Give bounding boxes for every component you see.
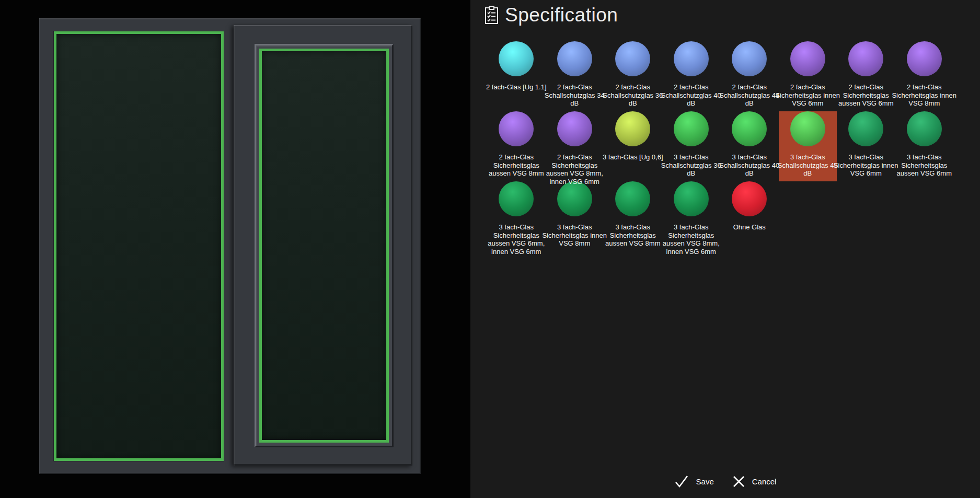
glass-option-label: 3 fach-Glas Sicherheitsglas aussen VSG 6… [891, 153, 957, 178]
glass-color-swatch [732, 111, 767, 146]
right-window-unit[interactable] [234, 25, 412, 466]
glass-option[interactable]: Ohne Glas [720, 181, 779, 251]
glass-option[interactable]: 2 fach-Glas Sicherheitsglas aussen VSG 8… [487, 111, 546, 181]
save-button[interactable]: Save [674, 474, 714, 488]
glass-option[interactable]: 3 fach-Glas Sicherheitsglas aussen VSG 8… [662, 181, 721, 251]
glass-color-swatch [557, 41, 592, 76]
glass-option-label: 3 fach-Glas Sicherheitsglas innen VSG 6m… [833, 153, 899, 178]
glass-color-swatch [615, 41, 650, 76]
glass-option[interactable]: 2 fach-Glas Sicherheitsglas innen VSG 8m… [895, 41, 954, 111]
glass-color-swatch [907, 111, 942, 146]
glass-option[interactable]: 3 fach-Glas Schallschutzglas 36 dB [662, 111, 721, 181]
glass-option[interactable]: 3 fach-Glas Sicherheitsglas innen VSG 6m… [837, 111, 895, 181]
glass-option[interactable]: 2 fach-Glas Schallschutzglas 40 dB [662, 41, 721, 111]
glass-color-swatch [674, 181, 709, 216]
cancel-button-label: Cancel [752, 477, 777, 486]
cancel-button[interactable]: Cancel [733, 476, 777, 488]
glass-option-label: 3 fach-Glas Schallschutzglas 40 dB [717, 153, 782, 178]
glass-option[interactable]: 2 fach-Glas Schallschutzglas 36 dB [604, 41, 662, 111]
glass-color-swatch [499, 181, 534, 216]
glass-option-label: 2 fach-Glas Sicherheitsglas aussen VSG 8… [483, 153, 549, 178]
glass-option-label: 2 fach-Glas Sicherheitsglas aussen VSG 6… [833, 83, 899, 108]
window-preview-canvas [0, 0, 470, 498]
glass-option[interactable]: 2 fach-Glas Sicherheitsglas aussen VSG 6… [837, 41, 895, 111]
glass-option[interactable]: 2 fach-Glas Sicherheitsglas aussen VSG 8… [546, 111, 604, 181]
save-button-label: Save [696, 477, 714, 486]
glass-option-selected[interactable]: 3 fach-Glas Schallschutzglas 45 dB [779, 111, 837, 181]
glass-color-swatch [557, 181, 592, 216]
glass-option-label: 2 fach-Glas [Ug 1.1] [483, 83, 549, 91]
glass-option-label: Ohne Glas [717, 223, 782, 231]
glass-option[interactable]: 2 fach-Glas [Ug 1.1] [487, 41, 546, 111]
window-outer-frame[interactable] [39, 18, 421, 474]
glass-color-swatch [732, 181, 767, 216]
glass-option-label: 2 fach-Glas Sicherheitsglas innen VSG 8m… [891, 83, 957, 108]
glass-color-swatch [674, 111, 709, 146]
glass-option[interactable]: 3 fach-Glas Sicherheitsglas aussen VSG 8… [604, 181, 662, 251]
glass-color-swatch [615, 181, 650, 216]
glass-color-swatch [790, 41, 825, 76]
glass-option-label: 2 fach-Glas Schallschutzglas 34 dB [541, 83, 607, 108]
glass-option-label: 3 fach-Glas Sicherheitsglas innen VSG 8m… [541, 223, 607, 248]
glass-option[interactable]: 3 fach-Glas Sicherheitsglas aussen VSG 6… [487, 181, 546, 251]
glass-color-swatch [907, 41, 942, 76]
glass-color-swatch [557, 111, 592, 146]
glass-option-label: 3 fach-Glas Sicherheitsglas aussen VSG 8… [600, 223, 666, 248]
glass-option-label: 2 fach-Glas Schallschutzglas 44 dB [717, 83, 782, 108]
clipboard-checklist-icon [485, 6, 499, 25]
glass-color-swatch [615, 111, 650, 146]
check-icon [674, 474, 689, 488]
right-window-sash[interactable] [255, 44, 394, 447]
glass-option-label: 2 fach-Glas Schallschutzglas 36 dB [600, 83, 666, 108]
glass-option-label: 3 fach-Glas Schallschutzglas 45 dB [775, 153, 840, 178]
close-icon [733, 476, 745, 488]
glass-option-label: 2 fach-Glas Sicherheitsglas aussen VSG 8… [541, 153, 607, 186]
glass-option-label: 3 fach-Glas Sicherheitsglas aussen VSG 6… [483, 223, 549, 256]
glass-option[interactable]: 2 fach-Glas Schallschutzglas 34 dB [546, 41, 604, 111]
panel-title: Specification [505, 4, 618, 26]
right-glass-pane-highlighted[interactable] [259, 49, 389, 443]
glass-color-swatch [848, 41, 883, 76]
glass-option-label: 2 fach-Glas Sicherheitsglas innen VSG 6m… [775, 83, 840, 108]
glass-option[interactable]: 2 fach-Glas Schallschutzglas 44 dB [720, 41, 779, 111]
glass-option-label: 3 fach-Glas [Ug 0,6] [600, 153, 666, 161]
glass-options-grid: 2 fach-Glas [Ug 1.1]2 fach-Glas Schallsc… [487, 41, 953, 251]
action-bar: Save Cancel [470, 474, 980, 488]
glass-option-label: 3 fach-Glas Sicherheitsglas aussen VSG 8… [658, 223, 724, 256]
glass-option-label: 2 fach-Glas Schallschutzglas 40 dB [658, 83, 724, 108]
specification-panel: Specification 2 fach-Glas [Ug 1.1]2 fach… [470, 0, 980, 498]
glass-color-swatch [732, 41, 767, 76]
glass-color-swatch [499, 41, 534, 76]
glass-option[interactable]: 2 fach-Glas Sicherheitsglas innen VSG 6m… [779, 41, 837, 111]
glass-option-label: 3 fach-Glas Schallschutzglas 36 dB [658, 153, 724, 178]
glass-option[interactable]: 3 fach-Glas Sicherheitsglas innen VSG 8m… [546, 181, 604, 251]
panel-header: Specification [485, 4, 618, 26]
glass-option[interactable]: 3 fach-Glas Schallschutzglas 40 dB [720, 111, 779, 181]
glass-color-swatch [790, 111, 825, 146]
glass-color-swatch [674, 41, 709, 76]
left-glass-pane-highlighted[interactable] [54, 31, 224, 461]
glass-color-swatch [848, 111, 883, 146]
glass-option[interactable]: 3 fach-Glas Sicherheitsglas aussen VSG 6… [895, 111, 954, 181]
glass-color-swatch [499, 111, 534, 146]
glass-option[interactable]: 3 fach-Glas [Ug 0,6] [604, 111, 662, 181]
